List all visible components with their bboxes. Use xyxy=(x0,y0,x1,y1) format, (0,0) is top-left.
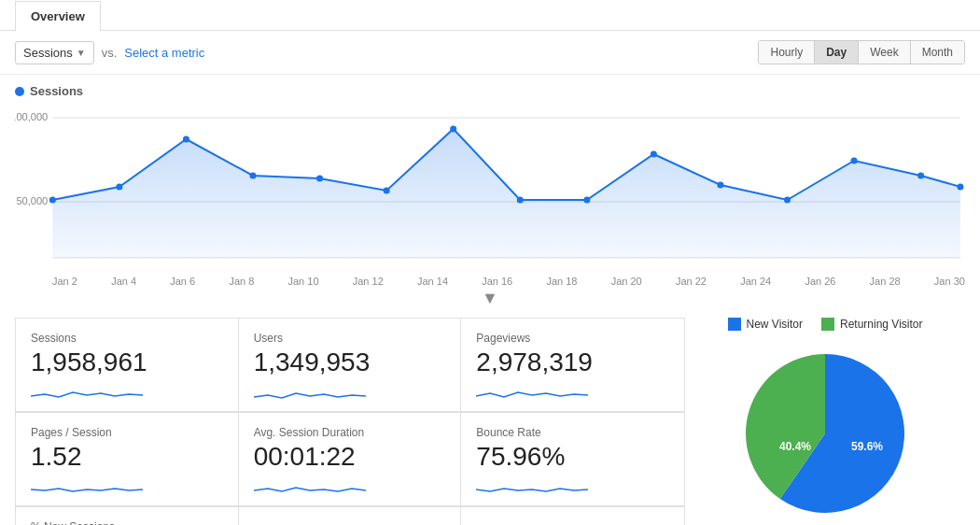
pie-section: New Visitor Returning Visitor 40.4 xyxy=(685,318,965,525)
x-label-jan18: Jan 18 xyxy=(546,276,577,287)
metric-pageviews-title: Pageviews xyxy=(476,332,669,345)
metric-users-sparkline xyxy=(254,385,446,404)
chart-dot xyxy=(450,126,456,133)
chart-dot xyxy=(784,197,791,204)
metric-dropdown-label: Sessions xyxy=(23,46,73,60)
metric-empty-2 xyxy=(461,507,684,525)
chart-dot xyxy=(49,197,56,204)
time-buttons: Hourly Day Week Month xyxy=(758,40,965,64)
bottom-section: Sessions 1,958,961 Users 1,349,953 Pagev… xyxy=(0,310,980,525)
returning-visitor-label: Returning Visitor xyxy=(840,318,923,331)
chart-dot xyxy=(917,173,924,179)
pie-legend-new-visitor: New Visitor xyxy=(728,318,803,331)
pie-legend: New Visitor Returning Visitor xyxy=(728,318,923,331)
new-visitor-label: New Visitor xyxy=(747,318,803,331)
x-label-jan8: Jan 8 xyxy=(229,276,254,287)
x-label-jan16: Jan 16 xyxy=(482,276,512,287)
metric-bounce-rate-value: 75.96% xyxy=(476,443,669,472)
time-btn-week[interactable]: Week xyxy=(859,41,910,64)
metric-sessions-value: 1,958,961 xyxy=(31,348,223,377)
svg-text:100,000: 100,000 xyxy=(15,111,48,122)
x-label-jan4: Jan 4 xyxy=(111,276,136,287)
x-label-jan30: Jan 30 xyxy=(934,276,965,287)
metric-empty-1 xyxy=(239,507,462,525)
x-label-jan24: Jan 24 xyxy=(740,276,771,287)
chart-area xyxy=(52,129,960,258)
metric-pageviews-sparkline xyxy=(476,385,669,404)
metrics-row2: Pages / Session 1.52 Avg. Session Durati… xyxy=(15,412,685,506)
metric-avg-session-title: Avg. Session Duration xyxy=(254,426,446,439)
metric-new-sessions-title: % New Sessions xyxy=(31,520,223,525)
x-label-jan26: Jan 26 xyxy=(805,276,835,287)
dropdown-arrow-icon: ▼ xyxy=(77,48,86,58)
metric-avg-session-sparkline xyxy=(254,479,446,498)
x-label-jan28: Jan 28 xyxy=(870,276,901,287)
select-metric-link[interactable]: Select a metric xyxy=(124,46,204,60)
metric-users: Users 1,349,953 xyxy=(239,319,462,412)
vs-label: vs. xyxy=(102,46,118,60)
divider-arrow-icon: ▼ xyxy=(15,289,965,308)
line-chart: 100,000 50,000 xyxy=(15,104,965,272)
chart-dot xyxy=(957,184,963,191)
x-label-jan20: Jan 20 xyxy=(611,276,642,287)
x-label-jan2: Jan 2 xyxy=(52,276,77,287)
time-btn-hourly[interactable]: Hourly xyxy=(759,41,815,64)
metric-bounce-rate-title: Bounce Rate xyxy=(476,426,669,439)
chart-dot xyxy=(384,188,390,194)
metrics-section: Sessions 1,958,961 Users 1,349,953 Pagev… xyxy=(15,318,685,525)
chart-legend: Sessions xyxy=(15,84,965,98)
pie-label-returning: 40.4% xyxy=(779,440,811,453)
chart-dot xyxy=(183,136,189,143)
pie-chart-svg: 40.4% 59.6% xyxy=(732,340,918,525)
chart-dot xyxy=(316,176,323,182)
sessions-legend-label: Sessions xyxy=(30,84,83,98)
chart-dot xyxy=(517,197,524,204)
chart-dot xyxy=(116,184,122,191)
x-label-jan10: Jan 10 xyxy=(288,276,319,287)
metric-pages-session-value: 1.52 xyxy=(31,443,223,472)
metric-pageviews: Pageviews 2,978,319 xyxy=(461,319,684,412)
chart-dot xyxy=(249,173,256,179)
metrics-row1: Sessions 1,958,961 Users 1,349,953 Pagev… xyxy=(15,318,685,412)
x-label-jan14: Jan 14 xyxy=(417,276,448,287)
chart-dot xyxy=(583,197,590,204)
metrics-row3: % New Sessions 59.74% xyxy=(15,506,685,525)
metric-pages-session: Pages / Session 1.52 xyxy=(16,413,239,506)
chart-dot xyxy=(651,151,657,158)
metric-users-value: 1,349,953 xyxy=(254,348,446,377)
chart-section: Sessions 100,000 50,000 xyxy=(0,75,980,308)
metric-sessions-title: Sessions xyxy=(31,332,223,345)
metric-sessions: Sessions 1,958,961 xyxy=(16,319,239,412)
metric-pageviews-value: 2,978,319 xyxy=(476,348,669,377)
metric-avg-session-value: 00:01:22 xyxy=(254,443,446,472)
tab-overview[interactable]: Overview xyxy=(15,1,101,31)
metric-dropdown[interactable]: Sessions ▼ xyxy=(15,41,94,64)
toolbar: Sessions ▼ vs. Select a metric Hourly Da… xyxy=(0,31,980,75)
metric-users-title: Users xyxy=(254,332,446,345)
metric-new-sessions: % New Sessions 59.74% xyxy=(16,507,239,525)
metric-pages-session-title: Pages / Session xyxy=(31,426,223,439)
returning-visitor-color-box xyxy=(821,318,834,331)
x-label-jan22: Jan 22 xyxy=(676,276,707,287)
pie-label-new: 59.6% xyxy=(851,440,883,453)
tab-bar: Overview xyxy=(0,0,980,31)
x-axis: Jan 2 Jan 4 Jan 6 Jan 8 Jan 10 Jan 12 Ja… xyxy=(15,272,965,287)
sessions-legend-dot xyxy=(15,87,24,96)
x-label-jan6: Jan 6 xyxy=(170,276,195,287)
time-btn-day[interactable]: Day xyxy=(815,41,859,64)
x-label-jan12: Jan 12 xyxy=(353,276,384,287)
metric-bounce-rate-sparkline xyxy=(476,479,669,498)
line-chart-svg: 100,000 50,000 xyxy=(15,104,965,272)
metric-avg-session: Avg. Session Duration 00:01:22 xyxy=(239,413,462,506)
metric-bounce-rate: Bounce Rate 75.96% xyxy=(461,413,684,506)
svg-text:50,000: 50,000 xyxy=(16,195,48,206)
metric-selector: Sessions ▼ vs. Select a metric xyxy=(15,41,204,64)
metric-sessions-sparkline xyxy=(31,385,223,404)
new-visitor-color-box xyxy=(728,318,741,331)
pie-legend-returning-visitor: Returning Visitor xyxy=(821,318,923,331)
chart-dot xyxy=(717,182,723,189)
chart-dot xyxy=(851,158,858,164)
time-btn-month[interactable]: Month xyxy=(911,41,964,64)
metric-pages-session-sparkline xyxy=(31,479,223,498)
